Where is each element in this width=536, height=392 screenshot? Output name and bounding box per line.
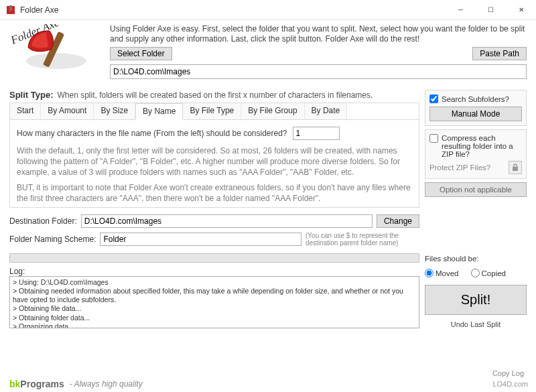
footer-logo: bkPrograms (9, 379, 64, 389)
log-output[interactable]: > Using: D:\LO4D.com\Images> Obtaining n… (9, 276, 419, 328)
log-line: > Organizing data... (13, 322, 416, 328)
option-not-applicable-button[interactable]: Option not applicable (425, 182, 527, 197)
byname-para1: With the default, 1, only the first lett… (17, 145, 412, 178)
intro-text: Using Folder Axe is easy. First, select … (110, 24, 527, 44)
copied-radio[interactable]: Copied (471, 269, 506, 277)
scheme-label: Folder Naming Scheme: (9, 235, 96, 244)
files-should-be-label: Files should be: (425, 255, 527, 263)
log-label: Log: (9, 267, 419, 276)
tab-by-date[interactable]: By Date (305, 103, 348, 119)
log-line: > Obtaining folder data... (13, 314, 416, 322)
undo-last-split-link[interactable]: Undo Last Split (425, 320, 527, 328)
log-line: > Using: D:\LO4D.com\Images (13, 278, 416, 287)
split-button[interactable]: Split! (425, 285, 527, 315)
progress-bar (9, 253, 419, 263)
copy-log-link[interactable]: Copy Log (492, 369, 524, 377)
tab-by-file-group[interactable]: By File Group (241, 103, 304, 119)
tab-by-file-type[interactable]: By File Type (183, 103, 241, 119)
footer-tagline: - Always high quality (70, 379, 143, 389)
minimize-button[interactable]: ─ (446, 0, 476, 20)
protect-zip-label: Protect ZIP Files? (429, 164, 490, 172)
split-type-desc: When split, folders will be created base… (57, 90, 373, 100)
change-destination-button[interactable]: Change (377, 214, 419, 228)
search-subfolders-input[interactable] (429, 94, 438, 103)
folder-path-input[interactable] (110, 64, 527, 79)
compress-zip-checkbox[interactable] (429, 134, 438, 143)
watermark: LO4D.com (492, 380, 528, 388)
titlebar: Folder Axe ─ ☐ ✕ (0, 0, 536, 20)
svg-point-2 (26, 53, 86, 69)
tab-start[interactable]: Start (10, 103, 41, 119)
split-type-label: Split Type: (9, 90, 53, 100)
char-question: How many characters in the file name (Fr… (17, 129, 287, 138)
paste-path-button[interactable]: Paste Path (472, 47, 527, 60)
close-button[interactable]: ✕ (506, 0, 536, 20)
manual-mode-button[interactable]: Manual Mode (429, 107, 522, 121)
svg-rect-5 (513, 167, 518, 171)
compress-zip-label: Compress each resulting folder into a ZI… (442, 134, 522, 158)
scheme-hint: (You can use $ to represent the destinat… (306, 232, 419, 247)
search-subfolders-checkbox[interactable]: Search Subfolders? (429, 94, 522, 103)
moved-radio[interactable]: Moved (425, 269, 459, 277)
log-line: > Obtaining needed information about spe… (13, 287, 416, 304)
tab-by-amount[interactable]: By Amount (41, 103, 94, 119)
char-count-input[interactable] (293, 127, 340, 140)
tab-by-name[interactable]: By Name (135, 103, 183, 120)
select-folder-button[interactable]: Select Folder (110, 47, 172, 60)
window-title: Folder Axe (20, 5, 58, 15)
app-logo: Folder Axe (9, 24, 103, 84)
destination-label: Destination Folder: (9, 216, 77, 226)
destination-input[interactable] (81, 214, 373, 228)
tab-by-size[interactable]: By Size (94, 103, 135, 119)
maximize-button[interactable]: ☐ (476, 0, 506, 20)
log-line: > Obtaining file data... (13, 304, 416, 313)
app-icon (5, 5, 16, 15)
split-type-tabs: StartBy AmountBy SizeBy NameBy File Type… (9, 103, 419, 208)
svg-rect-1 (9, 5, 12, 11)
byname-para2: BUT, it is important to note that Folder… (17, 182, 412, 204)
footer: bkPrograms - Always high quality (9, 379, 527, 389)
lock-icon[interactable] (509, 161, 522, 174)
scheme-input[interactable] (100, 233, 302, 246)
